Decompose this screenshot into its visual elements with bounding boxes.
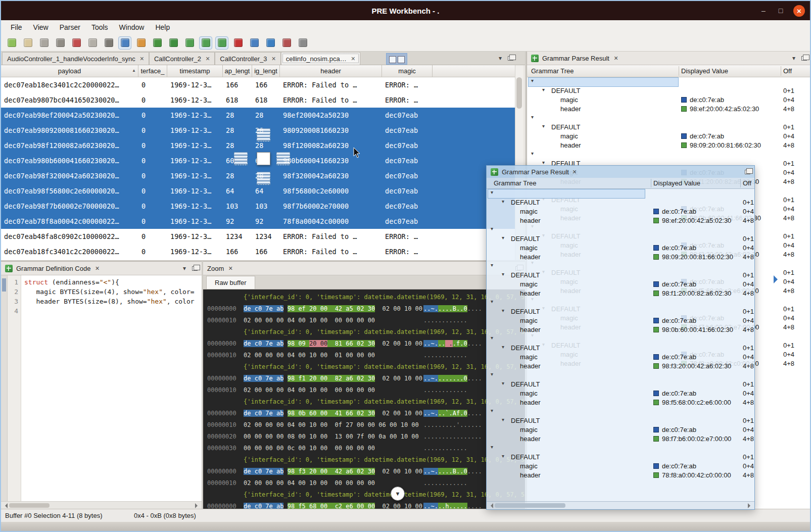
column-header-ig_lengt[interactable]: ig_lengt [252,65,280,77]
tab-list-dropdown-icon[interactable]: ▾ [499,55,502,62]
scrollbar-thumb[interactable] [495,503,565,508]
tree-root-row[interactable]: ▾ [487,189,754,198]
tree-root-row[interactable]: ▾ [487,407,754,416]
hex-row[interactable]: 0000001002 00 00 00 04 00 10 00 00 00 00… [207,315,525,326]
scroll-left-icon[interactable] [3,503,8,508]
tree-root-row[interactable]: ▾ [487,298,754,307]
tree-field-row-magic[interactable]: magicde:c0:7e:ab0+4 [487,280,754,289]
tree-field-row-magic[interactable]: magicde:c0:7e:ab0+4 [487,207,754,216]
floating-grammar-parse-result-window[interactable]: Grammar Parse Result × Grammar Tree Disp… [486,165,755,510]
tab-close-icon[interactable]: × [206,55,210,63]
expander-icon[interactable]: ▾ [502,453,504,459]
tree-field-row-magic[interactable]: magicde:c0:7e:ab0+4 [487,353,754,362]
tree-group-row[interactable]: ▾DEFAULT0+1 [487,271,754,280]
print-icon[interactable] [102,36,115,50]
hex-view[interactable]: {'interface_id': 0, 'timestamp': datetim… [203,289,525,509]
parse-result-header[interactable]: Grammar Parse Result × ▾ [527,52,811,65]
tab-close-icon[interactable]: × [351,55,355,63]
tree-field-row-header[interactable]: header98:f5:68:00:c2:e6:00:004+8 [487,398,754,407]
floating-window-titlebar[interactable]: Grammar Parse Result × [487,166,754,178]
floating-window-detach-icon[interactable] [745,170,750,174]
column-header-ap_lengt[interactable]: ap_lengt [223,65,252,77]
tree-field-row-magic[interactable]: magicde:c0:7e:ab0+4 [527,132,811,141]
tree-group-row[interactable]: ▾DEFAULT0+1 [527,86,811,95]
column-header-displayed-value[interactable]: Displayed Value [681,67,728,75]
user-icon[interactable] [134,36,148,50]
expander-icon[interactable]: ▾ [491,189,493,195]
scroll-right-icon[interactable] [195,503,200,508]
grammar-panel-dropdown-icon[interactable]: ▾ [183,265,186,272]
tree-group-row[interactable]: ▾DEFAULT0+1 [487,453,754,462]
expander-icon[interactable]: ▾ [502,344,504,350]
hex-row[interactable]: 0000001002 00 00 00 04 00 10 00 01 00 00… [207,350,525,361]
column-separator[interactable] [679,66,679,76]
detach-panel-icon[interactable] [508,56,513,61]
new-document-icon[interactable] [5,36,18,50]
zoom-panel-header[interactable]: Zoom × [203,262,525,275]
grid-view-icon[interactable] [199,36,212,50]
tree-root-row[interactable]: ▾ [487,262,754,271]
dock-handle[interactable] [2,278,6,292]
tree-field-row-magic[interactable]: magicde:c0:7e:ab0+4 [487,462,754,471]
tree-root-row[interactable]: ▾ [487,334,754,344]
expander-icon[interactable]: ▾ [502,199,504,204]
tree-field-row-header[interactable]: header98:ef:20:00:42:a5:02:304+8 [487,216,754,225]
expander-icon[interactable]: ▾ [502,308,504,313]
expander-icon[interactable]: ▾ [531,78,534,83]
tree-root-row[interactable]: ▾ [487,225,754,234]
expander-icon[interactable]: ▾ [502,417,504,422]
tree-field-row-header[interactable]: header98:0b:60:00:41:66:02:304+8 [487,325,754,334]
tab-close-icon[interactable]: × [272,55,276,63]
menu-item-help[interactable]: Help [150,21,175,33]
packet-row[interactable]: dec07eab18fc3401c2c20000022…01969-12-3…1… [1,244,515,259]
hex-row[interactable]: 00000000de c0 7e ab 98 0b 60 00 41 66 02… [207,408,525,419]
expander-icon[interactable]: ▾ [542,123,545,129]
zoom-panel-close-icon[interactable]: × [228,264,232,272]
packet-row[interactable]: dec07eab9807bc0441650230020…01969-12-3…6… [1,92,515,108]
tab-3[interactable]: CallController_3× [215,52,280,65]
column-header-terface_[interactable]: terface_ [138,65,167,77]
expander-icon[interactable]: ▾ [531,151,534,156]
tab-close-icon[interactable]: × [140,55,144,63]
column-separator[interactable] [781,66,781,76]
hex-row[interactable]: 0000003000 00 00 00 0c 00 10 00 00 00 00… [207,443,525,454]
packet-row[interactable]: dec07eab98f7b60002e70000020…01969-12-3…1… [1,199,515,214]
export-icon[interactable] [54,36,67,50]
hex-row[interactable]: 00000000de c0 7e ab 98 f3 20 00 42 a6 02… [207,466,525,477]
column-header-grammar-tree[interactable]: Grammar Tree [494,179,537,187]
grammar-panel-close-icon[interactable]: × [95,264,99,272]
expander-icon[interactable]: ▾ [542,87,545,92]
camera-icon[interactable] [280,36,293,50]
expander-icon[interactable]: ▾ [491,335,493,341]
frame-icon[interactable] [248,36,261,50]
menu-item-file[interactable]: File [5,21,28,33]
save-icon[interactable] [37,36,51,50]
screenshot-icon[interactable] [151,36,164,50]
expander-icon[interactable]: ▾ [502,380,504,386]
tab-2[interactable]: CallController_2× [149,52,215,65]
parse-result-dropdown-icon[interactable]: ▾ [792,55,795,62]
column-header-displayed-value[interactable]: Displayed Value [653,179,700,187]
tree-field-row-header[interactable]: header98:f3:20:00:42:a6:02:304+8 [487,362,754,371]
tree-field-row-magic[interactable]: magicde:c0:7e:ab0+4 [527,95,811,105]
hex-row[interactable]: 00000000de c0 7e ab 98 f1 20 00 82 a6 02… [207,373,525,384]
expander-icon[interactable]: ▾ [491,444,493,450]
column-header-magic[interactable]: magic [382,65,433,77]
floating-window-close-icon[interactable]: × [573,168,577,176]
grammar-panel-detach-icon[interactable] [192,266,198,271]
search-icon[interactable] [296,36,309,50]
hex-row[interactable]: 0000001002 00 00 00 04 00 10 00 0f 27 00… [207,419,525,431]
scroll-left-icon[interactable] [488,503,493,508]
tree-root-row[interactable]: ▾ [527,150,811,159]
close-button[interactable]: × [793,5,805,17]
tree-root-row[interactable]: ▾ [487,371,754,380]
tree-group-row[interactable]: ▾DEFAULT0+1 [487,198,754,207]
expander-icon[interactable]: ▾ [542,160,545,165]
column-separator[interactable] [651,179,651,187]
expander-icon[interactable]: ▾ [491,299,493,304]
column-header-payload[interactable]: payload▲ [1,65,138,77]
packet-row[interactable]: dec07eab18ec3401c2c20000022…01969-12-3…1… [1,77,515,92]
code-horizontal-scrollbar[interactable] [1,501,202,509]
column-header-timestamp[interactable]: timestamp [167,65,223,77]
tree-root-row[interactable]: ▾ [487,444,754,453]
